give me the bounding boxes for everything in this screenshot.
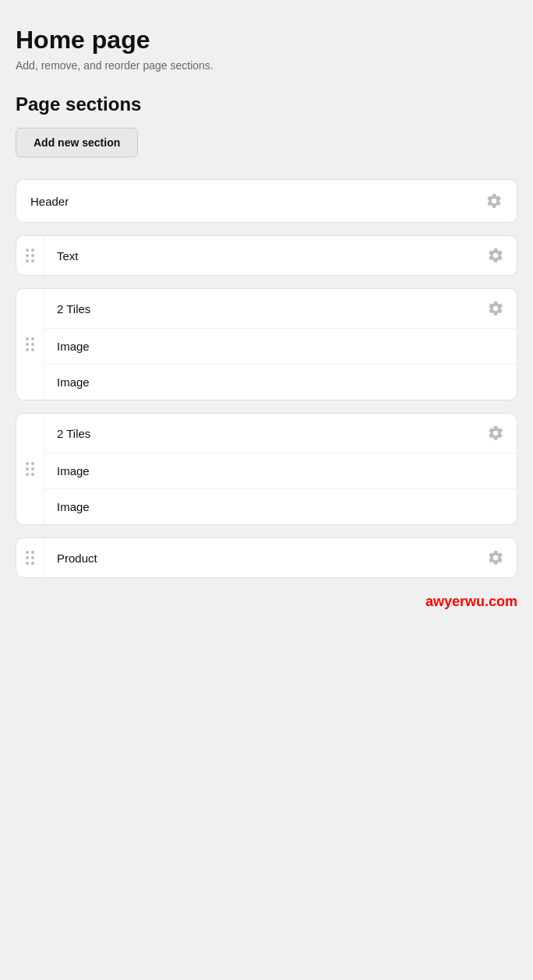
tiles2-gear-icon[interactable] bbox=[487, 425, 504, 442]
text-section-label: Text bbox=[57, 249, 487, 263]
page-subtitle: Add, remove, and reorder page sections. bbox=[16, 59, 517, 72]
tiles1-header-row: 2 Tiles bbox=[44, 289, 517, 329]
watermark: awyerwu.com bbox=[16, 594, 517, 610]
section-card-tiles2: 2 Tiles Image Image bbox=[16, 413, 517, 525]
page-title: Home page bbox=[16, 25, 517, 55]
tiles1-image1-row: Image bbox=[44, 329, 517, 365]
drag-dots-tiles1 bbox=[26, 337, 34, 351]
tiles2-image1-row: Image bbox=[44, 453, 517, 489]
tiles1-gear-icon[interactable] bbox=[487, 300, 504, 317]
drag-dots-tiles2 bbox=[26, 462, 34, 476]
text-gear-icon[interactable] bbox=[487, 247, 504, 264]
section-card-tiles1: 2 Tiles Image Image bbox=[16, 288, 517, 400]
section-card-text: Text bbox=[16, 235, 517, 276]
drag-dots-text bbox=[26, 249, 34, 263]
header-section-label: Header bbox=[30, 195, 485, 208]
tiles2-image1-label: Image bbox=[57, 464, 504, 478]
tiles2-label: 2 Tiles bbox=[57, 427, 487, 440]
drag-dots-product bbox=[26, 551, 34, 565]
add-section-button[interactable]: Add new section bbox=[16, 128, 138, 157]
header-section-row: Header bbox=[16, 180, 517, 222]
text-section-row: Text bbox=[44, 236, 517, 275]
tiles1-drag-handle[interactable] bbox=[16, 289, 44, 400]
tiles2-image2-label: Image bbox=[57, 500, 504, 513]
product-gear-icon[interactable] bbox=[487, 549, 504, 566]
product-content: Product bbox=[44, 538, 517, 577]
product-section-row: Product bbox=[44, 538, 517, 577]
tiles1-image2-row: Image bbox=[44, 365, 517, 400]
tiles2-content: 2 Tiles Image Image bbox=[44, 414, 517, 524]
header-gear-icon[interactable] bbox=[485, 192, 503, 210]
tiles1-label: 2 Tiles bbox=[57, 302, 487, 316]
tiles2-header-row: 2 Tiles bbox=[44, 414, 517, 453]
section-card-product: Product bbox=[16, 538, 517, 578]
section-card-header: Header bbox=[16, 179, 517, 223]
tiles2-image2-row: Image bbox=[44, 489, 517, 524]
tiles1-image1-label: Image bbox=[57, 340, 504, 353]
tiles1-content: 2 Tiles Image Image bbox=[44, 289, 517, 400]
product-label: Product bbox=[57, 552, 487, 565]
text-section-content: Text bbox=[44, 236, 517, 275]
page-sections-heading: Page sections bbox=[16, 93, 517, 115]
tiles2-drag-handle[interactable] bbox=[16, 414, 44, 524]
text-drag-handle[interactable] bbox=[16, 236, 44, 275]
tiles1-image2-label: Image bbox=[57, 375, 504, 389]
product-drag-handle[interactable] bbox=[16, 538, 44, 577]
